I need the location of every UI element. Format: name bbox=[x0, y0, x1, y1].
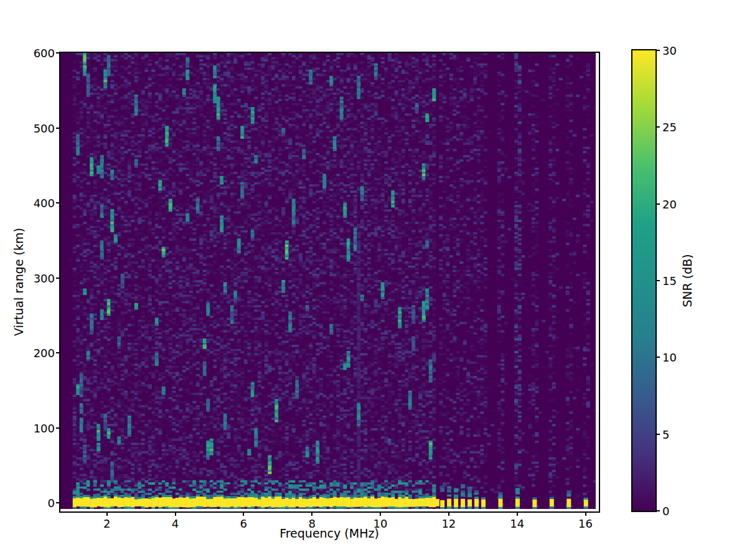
colorbar bbox=[631, 49, 657, 512]
colorbar-tick-label: 20 bbox=[662, 197, 677, 210]
x-axis-label: Frequency (MHz) bbox=[60, 526, 599, 540]
colorbar-tick-mark bbox=[657, 50, 660, 51]
heatmap-canvas bbox=[60, 53, 596, 509]
y-tick-mark bbox=[56, 352, 59, 353]
x-tick-mark bbox=[448, 513, 449, 516]
colorbar-label: SNR (dB) bbox=[680, 254, 694, 307]
ionogram-figure: IRF Uppsala SDR Ionosonde UP158 2026-03-… bbox=[0, 0, 747, 560]
y-tick-mark bbox=[56, 202, 59, 203]
y-tick-label: 200 bbox=[22, 347, 55, 360]
colorbar-tick-mark bbox=[657, 434, 660, 435]
x-tick-mark bbox=[585, 513, 586, 516]
colorbar-tick-label: 5 bbox=[662, 427, 669, 441]
x-tick-mark bbox=[380, 513, 381, 516]
x-tick-mark bbox=[243, 513, 244, 516]
colorbar-tick-mark bbox=[657, 510, 660, 511]
colorbar-tick-mark bbox=[657, 280, 660, 281]
y-tick-mark bbox=[56, 52, 59, 54]
x-tick-mark bbox=[106, 513, 108, 516]
colorbar-tick-label: 10 bbox=[662, 351, 677, 364]
y-tick-label: 0 bbox=[22, 497, 55, 510]
x-tick-mark bbox=[311, 513, 312, 516]
colorbar-tick-mark bbox=[657, 357, 660, 358]
y-tick-label: 500 bbox=[22, 121, 55, 134]
y-axis-label: Virtual range (km) bbox=[12, 228, 26, 336]
y-tick-label: 600 bbox=[22, 47, 55, 60]
colorbar-tick-label: 25 bbox=[662, 121, 677, 134]
y-tick-label: 400 bbox=[22, 197, 55, 210]
x-tick-mark bbox=[517, 513, 518, 516]
colorbar-tick-label: 30 bbox=[662, 44, 677, 57]
y-tick-label: 300 bbox=[22, 271, 55, 284]
colorbar-tick-mark bbox=[657, 126, 660, 128]
y-tick-label: 100 bbox=[22, 421, 55, 434]
colorbar-gradient bbox=[632, 50, 655, 511]
y-tick-mark bbox=[56, 427, 59, 429]
colorbar-tick-label: 0 bbox=[662, 505, 669, 518]
plot-area bbox=[59, 52, 600, 513]
y-tick-mark bbox=[56, 128, 59, 129]
colorbar-tick-mark bbox=[657, 203, 660, 205]
colorbar-tick-label: 15 bbox=[662, 274, 677, 287]
y-tick-mark bbox=[56, 502, 59, 503]
y-tick-mark bbox=[56, 278, 59, 279]
x-tick-mark bbox=[175, 513, 176, 516]
